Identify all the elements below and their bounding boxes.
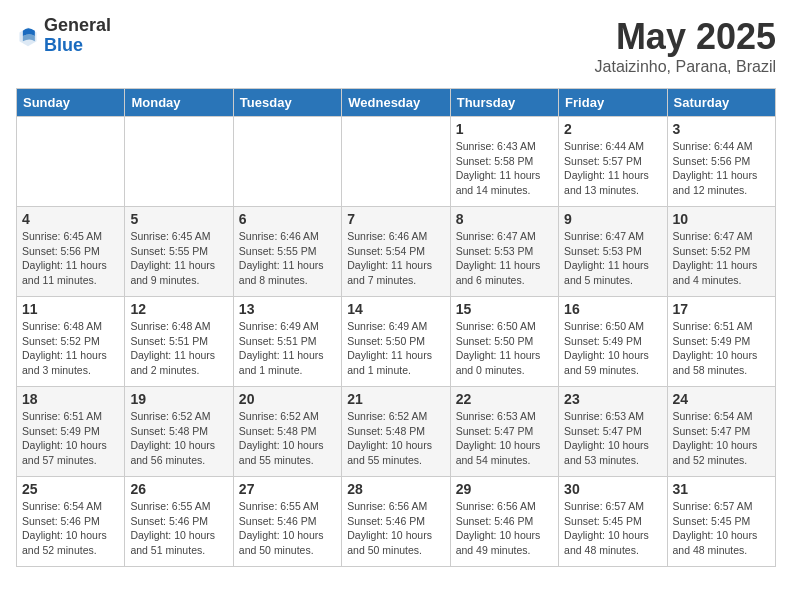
day-info: Sunrise: 6:56 AMSunset: 5:46 PMDaylight:…	[456, 499, 553, 558]
day-number: 24	[673, 391, 770, 407]
calendar-cell: 31Sunrise: 6:57 AMSunset: 5:45 PMDayligh…	[667, 477, 775, 567]
day-number: 31	[673, 481, 770, 497]
calendar-table: SundayMondayTuesdayWednesdayThursdayFrid…	[16, 88, 776, 567]
calendar-cell: 16Sunrise: 6:50 AMSunset: 5:49 PMDayligh…	[559, 297, 667, 387]
calendar-cell: 10Sunrise: 6:47 AMSunset: 5:52 PMDayligh…	[667, 207, 775, 297]
day-info: Sunrise: 6:47 AMSunset: 5:53 PMDaylight:…	[564, 229, 661, 288]
calendar-title: May 2025	[595, 16, 776, 58]
day-number: 12	[130, 301, 227, 317]
week-row-4: 18Sunrise: 6:51 AMSunset: 5:49 PMDayligh…	[17, 387, 776, 477]
calendar-cell: 9Sunrise: 6:47 AMSunset: 5:53 PMDaylight…	[559, 207, 667, 297]
logo: General Blue	[16, 16, 111, 56]
day-number: 28	[347, 481, 444, 497]
day-number: 27	[239, 481, 336, 497]
calendar-cell: 20Sunrise: 6:52 AMSunset: 5:48 PMDayligh…	[233, 387, 341, 477]
day-number: 29	[456, 481, 553, 497]
logo-blue-label: Blue	[44, 36, 111, 56]
day-info: Sunrise: 6:45 AMSunset: 5:56 PMDaylight:…	[22, 229, 119, 288]
day-number: 9	[564, 211, 661, 227]
day-info: Sunrise: 6:52 AMSunset: 5:48 PMDaylight:…	[347, 409, 444, 468]
day-number: 11	[22, 301, 119, 317]
day-number: 4	[22, 211, 119, 227]
page-header: General Blue May 2025 Jataizinho, Parana…	[16, 16, 776, 76]
title-block: May 2025 Jataizinho, Parana, Brazil	[595, 16, 776, 76]
calendar-cell: 12Sunrise: 6:48 AMSunset: 5:51 PMDayligh…	[125, 297, 233, 387]
header-day-tuesday: Tuesday	[233, 89, 341, 117]
calendar-cell: 4Sunrise: 6:45 AMSunset: 5:56 PMDaylight…	[17, 207, 125, 297]
calendar-cell: 11Sunrise: 6:48 AMSunset: 5:52 PMDayligh…	[17, 297, 125, 387]
day-info: Sunrise: 6:50 AMSunset: 5:49 PMDaylight:…	[564, 319, 661, 378]
day-number: 13	[239, 301, 336, 317]
calendar-cell: 8Sunrise: 6:47 AMSunset: 5:53 PMDaylight…	[450, 207, 558, 297]
day-info: Sunrise: 6:54 AMSunset: 5:47 PMDaylight:…	[673, 409, 770, 468]
day-number: 3	[673, 121, 770, 137]
calendar-cell: 13Sunrise: 6:49 AMSunset: 5:51 PMDayligh…	[233, 297, 341, 387]
day-info: Sunrise: 6:55 AMSunset: 5:46 PMDaylight:…	[239, 499, 336, 558]
calendar-cell: 5Sunrise: 6:45 AMSunset: 5:55 PMDaylight…	[125, 207, 233, 297]
calendar-cell: 23Sunrise: 6:53 AMSunset: 5:47 PMDayligh…	[559, 387, 667, 477]
calendar-cell: 2Sunrise: 6:44 AMSunset: 5:57 PMDaylight…	[559, 117, 667, 207]
calendar-cell: 22Sunrise: 6:53 AMSunset: 5:47 PMDayligh…	[450, 387, 558, 477]
calendar-cell: 28Sunrise: 6:56 AMSunset: 5:46 PMDayligh…	[342, 477, 450, 567]
day-number: 7	[347, 211, 444, 227]
header-day-sunday: Sunday	[17, 89, 125, 117]
calendar-cell: 6Sunrise: 6:46 AMSunset: 5:55 PMDaylight…	[233, 207, 341, 297]
day-info: Sunrise: 6:53 AMSunset: 5:47 PMDaylight:…	[456, 409, 553, 468]
day-info: Sunrise: 6:46 AMSunset: 5:54 PMDaylight:…	[347, 229, 444, 288]
day-info: Sunrise: 6:43 AMSunset: 5:58 PMDaylight:…	[456, 139, 553, 198]
calendar-cell: 27Sunrise: 6:55 AMSunset: 5:46 PMDayligh…	[233, 477, 341, 567]
week-row-1: 1Sunrise: 6:43 AMSunset: 5:58 PMDaylight…	[17, 117, 776, 207]
day-info: Sunrise: 6:51 AMSunset: 5:49 PMDaylight:…	[673, 319, 770, 378]
calendar-cell: 29Sunrise: 6:56 AMSunset: 5:46 PMDayligh…	[450, 477, 558, 567]
logo-text: General Blue	[44, 16, 111, 56]
calendar-cell: 21Sunrise: 6:52 AMSunset: 5:48 PMDayligh…	[342, 387, 450, 477]
calendar-cell: 26Sunrise: 6:55 AMSunset: 5:46 PMDayligh…	[125, 477, 233, 567]
day-number: 14	[347, 301, 444, 317]
day-number: 16	[564, 301, 661, 317]
header-day-monday: Monday	[125, 89, 233, 117]
calendar-cell: 1Sunrise: 6:43 AMSunset: 5:58 PMDaylight…	[450, 117, 558, 207]
day-number: 6	[239, 211, 336, 227]
day-number: 10	[673, 211, 770, 227]
calendar-cell: 24Sunrise: 6:54 AMSunset: 5:47 PMDayligh…	[667, 387, 775, 477]
day-number: 1	[456, 121, 553, 137]
logo-general-label: General	[44, 16, 111, 36]
week-row-2: 4Sunrise: 6:45 AMSunset: 5:56 PMDaylight…	[17, 207, 776, 297]
calendar-cell: 19Sunrise: 6:52 AMSunset: 5:48 PMDayligh…	[125, 387, 233, 477]
calendar-cell: 17Sunrise: 6:51 AMSunset: 5:49 PMDayligh…	[667, 297, 775, 387]
header-day-wednesday: Wednesday	[342, 89, 450, 117]
header-row: SundayMondayTuesdayWednesdayThursdayFrid…	[17, 89, 776, 117]
calendar-cell: 3Sunrise: 6:44 AMSunset: 5:56 PMDaylight…	[667, 117, 775, 207]
day-info: Sunrise: 6:52 AMSunset: 5:48 PMDaylight:…	[130, 409, 227, 468]
day-info: Sunrise: 6:57 AMSunset: 5:45 PMDaylight:…	[673, 499, 770, 558]
day-info: Sunrise: 6:44 AMSunset: 5:57 PMDaylight:…	[564, 139, 661, 198]
calendar-cell: 15Sunrise: 6:50 AMSunset: 5:50 PMDayligh…	[450, 297, 558, 387]
calendar-cell: 18Sunrise: 6:51 AMSunset: 5:49 PMDayligh…	[17, 387, 125, 477]
day-info: Sunrise: 6:45 AMSunset: 5:55 PMDaylight:…	[130, 229, 227, 288]
day-info: Sunrise: 6:44 AMSunset: 5:56 PMDaylight:…	[673, 139, 770, 198]
calendar-cell	[125, 117, 233, 207]
day-number: 15	[456, 301, 553, 317]
calendar-header: SundayMondayTuesdayWednesdayThursdayFrid…	[17, 89, 776, 117]
day-number: 25	[22, 481, 119, 497]
day-number: 5	[130, 211, 227, 227]
calendar-body: 1Sunrise: 6:43 AMSunset: 5:58 PMDaylight…	[17, 117, 776, 567]
day-number: 8	[456, 211, 553, 227]
day-info: Sunrise: 6:48 AMSunset: 5:51 PMDaylight:…	[130, 319, 227, 378]
day-number: 23	[564, 391, 661, 407]
day-number: 17	[673, 301, 770, 317]
header-day-friday: Friday	[559, 89, 667, 117]
day-info: Sunrise: 6:48 AMSunset: 5:52 PMDaylight:…	[22, 319, 119, 378]
calendar-cell	[233, 117, 341, 207]
header-day-saturday: Saturday	[667, 89, 775, 117]
day-info: Sunrise: 6:50 AMSunset: 5:50 PMDaylight:…	[456, 319, 553, 378]
day-info: Sunrise: 6:49 AMSunset: 5:51 PMDaylight:…	[239, 319, 336, 378]
calendar-cell: 30Sunrise: 6:57 AMSunset: 5:45 PMDayligh…	[559, 477, 667, 567]
day-number: 19	[130, 391, 227, 407]
day-number: 30	[564, 481, 661, 497]
calendar-cell: 14Sunrise: 6:49 AMSunset: 5:50 PMDayligh…	[342, 297, 450, 387]
day-info: Sunrise: 6:51 AMSunset: 5:49 PMDaylight:…	[22, 409, 119, 468]
calendar-cell: 7Sunrise: 6:46 AMSunset: 5:54 PMDaylight…	[342, 207, 450, 297]
day-info: Sunrise: 6:57 AMSunset: 5:45 PMDaylight:…	[564, 499, 661, 558]
day-number: 18	[22, 391, 119, 407]
